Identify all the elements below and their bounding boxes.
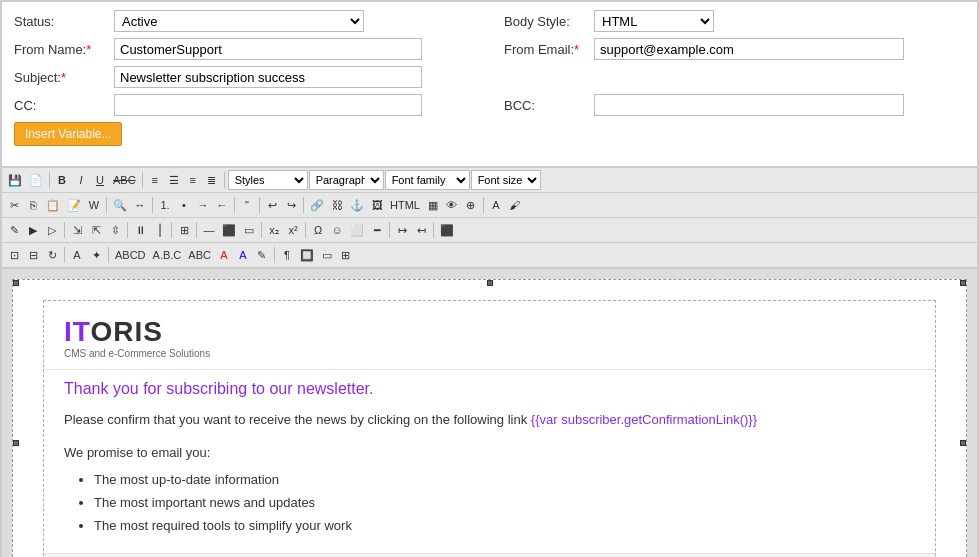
tb-preview-btn[interactable]: 👁 (443, 195, 461, 215)
tb-r1-btn2[interactable]: ⊟ (24, 245, 42, 265)
tb-redo-btn[interactable]: ↪ (282, 195, 300, 215)
tb-bgcolor-btn[interactable]: 🖌 (506, 195, 524, 215)
tb-bidi-btn[interactable]: ↦ (393, 220, 411, 240)
bcc-input[interactable] (594, 94, 904, 116)
tb-ul-btn[interactable]: • (175, 195, 193, 215)
tb-r1-btn9[interactable]: A (215, 245, 233, 265)
tb-align-justify-btn[interactable]: ≣ (203, 170, 221, 190)
tb-pagebreak-btn[interactable]: ⬛ (219, 220, 239, 240)
tb-r1-btn14[interactable]: ▭ (318, 245, 336, 265)
tb-save-btn[interactable]: 💾 (5, 170, 25, 190)
tb-r1-btn10[interactable]: A (234, 245, 252, 265)
tb-r1-btn13[interactable]: 🔲 (297, 245, 317, 265)
tb-copy-btn[interactable]: ⎘ (24, 195, 42, 215)
tb-zoom-btn[interactable]: ⊕ (462, 195, 480, 215)
tb-align-right-btn[interactable]: ≡ (184, 170, 202, 190)
tb-indent-btn[interactable]: → (194, 195, 212, 215)
tb-r1-btn4[interactable]: A (68, 245, 86, 265)
tb-r1-btn11[interactable]: ✎ (253, 245, 271, 265)
resize-handle-ml[interactable] (13, 440, 19, 446)
subject-label: Subject:* (14, 70, 114, 85)
tb-r1-btn1[interactable]: ⊡ (5, 245, 23, 265)
cc-input[interactable] (114, 94, 422, 116)
tb-ol-btn[interactable]: 1. (156, 195, 174, 215)
tb-r1-btn5[interactable]: ✦ (87, 245, 105, 265)
toolbar-row-4: ⊡ ⊟ ↻ A ✦ ABCD A.B.C ABC A A ✎ ¶ 🔲 ▭ ⊞ (2, 243, 977, 268)
tb-font-family-select[interactable]: Font family (385, 170, 470, 190)
tb-r1-btn6[interactable]: ABCD (112, 245, 149, 265)
tb-link-btn[interactable]: 🔗 (307, 195, 327, 215)
status-select[interactable]: Active (114, 10, 364, 32)
tb-unlink-btn[interactable]: ⛓ (328, 195, 346, 215)
tb-anchor-btn[interactable]: ⚓ (347, 195, 367, 215)
subject-row: Subject:* (14, 66, 965, 88)
tb-cut-btn[interactable]: ✂ (5, 195, 23, 215)
tb-edit-btn[interactable]: ✎ (5, 220, 23, 240)
tb-strikethrough-btn[interactable]: ABC (110, 170, 139, 190)
tb-image-btn[interactable]: 🖼 (368, 195, 386, 215)
tb-outdent-btn[interactable]: ← (213, 195, 231, 215)
tb-r1-btn12[interactable]: ¶ (278, 245, 296, 265)
tb-styles-select[interactable]: Styles (228, 170, 308, 190)
tb-r1-btn7[interactable]: A.B.C (150, 245, 185, 265)
body-style-select[interactable]: HTML (594, 10, 714, 32)
resize-handle-tr[interactable] (960, 280, 966, 286)
cc-row: CC: BCC: (14, 94, 965, 116)
toolbar-container: 💾 📄 B I U ABC ≡ ☰ ≡ ≣ Styles Paragraph F… (1, 167, 978, 268)
tb-newdoc-btn[interactable]: 📄 (26, 170, 46, 190)
tb-undo-btn[interactable]: ↩ (263, 195, 281, 215)
tb-smiley-btn[interactable]: ☺ (328, 220, 346, 240)
tb-paste-text-btn[interactable]: 📝 (64, 195, 84, 215)
tb-hline-btn[interactable]: — (200, 220, 218, 240)
tb-template-btn[interactable]: ▦ (424, 195, 442, 215)
tb-sep-4 (106, 197, 107, 213)
tb-sup-btn[interactable]: x² (284, 220, 302, 240)
tb-resize3-btn[interactable]: ⇳ (106, 220, 124, 240)
resize-handle-tl[interactable] (13, 280, 19, 286)
email-confirm-text: Please confirm that you want to receive … (64, 410, 915, 430)
tb-resize-btn[interactable]: ⇲ (68, 220, 86, 240)
tb-hline2-btn[interactable]: ━ (368, 220, 386, 240)
tb-replace-btn[interactable]: ↔ (131, 195, 149, 215)
resize-handle-mr[interactable] (960, 440, 966, 446)
resize-handle-tm[interactable] (487, 280, 493, 286)
tb-align-center-btn[interactable]: ☰ (165, 170, 183, 190)
tb-omega-btn[interactable]: Ω (309, 220, 327, 240)
from-email-input[interactable] (594, 38, 904, 60)
email-content-wrapper: ITORIS CMS and e-Commerce Solutions Than… (43, 300, 936, 557)
tb-color-btn[interactable]: A (487, 195, 505, 215)
insert-variable-button[interactable]: Insert Variable... (14, 122, 122, 146)
editor-canvas[interactable]: ITORIS CMS and e-Commerce Solutions Than… (12, 279, 967, 557)
tb-bold-btn[interactable]: B (53, 170, 71, 190)
tb-bidi2-btn[interactable]: ↤ (412, 220, 430, 240)
tb-r1-btn15[interactable]: ⊞ (337, 245, 355, 265)
tb-font-size-select[interactable]: Font size (471, 170, 541, 190)
logo-text: ITORIS (64, 316, 915, 348)
tb-col-btn[interactable]: ⏸ (131, 220, 149, 240)
tb-media2-btn[interactable]: ▷ (43, 220, 61, 240)
tb-table-btn[interactable]: ⊞ (175, 220, 193, 240)
tb-italic-btn[interactable]: I (72, 170, 90, 190)
tb-r1-btn8[interactable]: ABC (185, 245, 214, 265)
tb-resize2-btn[interactable]: ⇱ (87, 220, 105, 240)
confirm-text-prefix: Please confirm that you want to receive … (64, 412, 527, 427)
tb-underline-btn[interactable]: U (91, 170, 109, 190)
tb-r1-btn3[interactable]: ↻ (43, 245, 61, 265)
tb-sub-btn[interactable]: x₂ (265, 220, 283, 240)
tb-iframe-btn[interactable]: ⬜ (347, 220, 367, 240)
tb-maximize-btn[interactable]: ⬛ (437, 220, 457, 240)
tb-paste-btn[interactable]: 📋 (43, 195, 63, 215)
tb-layer-btn[interactable]: ▭ (240, 220, 258, 240)
subject-input[interactable] (114, 66, 422, 88)
tb-blockquote-btn[interactable]: " (238, 195, 256, 215)
tb-html-btn[interactable]: HTML (387, 195, 423, 215)
from-name-input[interactable] (114, 38, 422, 60)
tb-find-btn[interactable]: 🔍 (110, 195, 130, 215)
tb-paragraph-select[interactable]: Paragraph (309, 170, 384, 190)
tb-sep-12 (171, 222, 172, 238)
confirm-link[interactable]: {{var subscriber.getConfirmationLink()}} (531, 412, 757, 427)
tb-col2-btn[interactable]: ⎟ (150, 220, 168, 240)
tb-paste-word-btn[interactable]: W (85, 195, 103, 215)
tb-media-btn[interactable]: ▶ (24, 220, 42, 240)
tb-align-left-btn[interactable]: ≡ (146, 170, 164, 190)
